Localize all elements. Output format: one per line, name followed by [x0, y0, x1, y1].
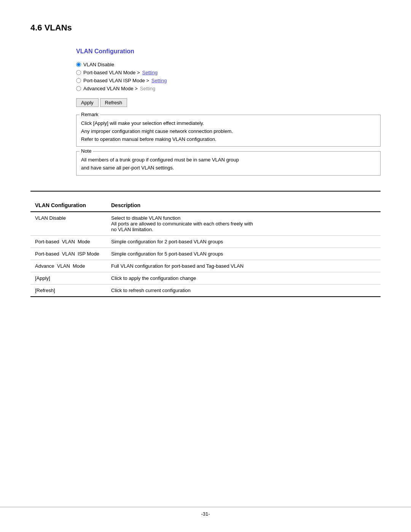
- table-header-row: VLAN Configuration Description: [30, 199, 381, 212]
- radio-port-based-vlan[interactable]: Port-based VLAN Mode > Setting: [76, 70, 381, 75]
- radio-port-based-vlan-isp-input[interactable]: [76, 78, 81, 83]
- section-heading: VLAN Configuration: [76, 48, 381, 55]
- radio-port-based-vlan-input[interactable]: [76, 70, 81, 75]
- radio-vlan-disable-input[interactable]: [76, 62, 81, 67]
- radio-port-based-vlan-isp[interactable]: Port-based VLAN ISP Mode > Setting: [76, 78, 381, 83]
- col-header-desc: Description: [107, 199, 381, 212]
- port-based-vlan-setting-link[interactable]: Setting: [142, 70, 158, 75]
- page-container: 4.6 VLANs VLAN Configuration VLAN Disabl…: [0, 0, 411, 320]
- radio-port-based-vlan-isp-label: Port-based VLAN ISP Mode >: [83, 78, 149, 83]
- remark-text: Click [Apply] will make your selection e…: [81, 120, 376, 143]
- page-title: 4.6 VLANs: [30, 23, 381, 33]
- description-table: VLAN Configuration Description VLAN Disa…: [30, 199, 381, 297]
- page-footer: -31-: [0, 507, 411, 517]
- refresh-button[interactable]: Refresh: [100, 98, 127, 107]
- radio-advanced-vlan[interactable]: Advanced VLAN Mode > Setting: [76, 86, 381, 91]
- table-cell-config: Port-based VLAN ISP Mode: [30, 248, 107, 260]
- table-cell-desc: Full VLAN configuration for port-based a…: [107, 260, 381, 272]
- table-cell-config: VLAN Disable: [30, 212, 107, 236]
- config-section: VLAN Configuration VLAN Disable Port-bas…: [76, 48, 381, 176]
- note-label: Note: [80, 148, 93, 154]
- apply-button[interactable]: Apply: [76, 98, 99, 107]
- table-row: Port-based VLAN Mode Simple configuratio…: [30, 235, 381, 248]
- table-cell-desc: Click to refresh current configuration: [107, 284, 381, 297]
- table-cell-desc: Simple configuration for 5 port-based VL…: [107, 248, 381, 260]
- table-cell-config: Advance VLAN Mode: [30, 260, 107, 272]
- table-cell-desc: Select to disable VLAN function All port…: [107, 212, 381, 236]
- radio-advanced-vlan-input[interactable]: [76, 86, 81, 91]
- table-row: Advance VLAN Mode Full VLAN configuratio…: [30, 260, 381, 272]
- radio-group: VLAN Disable Port-based VLAN Mode > Sett…: [76, 62, 381, 91]
- page-number: -31-: [201, 511, 210, 517]
- table-row: [Refresh] Click to refresh current confi…: [30, 284, 381, 297]
- section-divider: [30, 191, 381, 192]
- button-row: Apply Refresh: [76, 98, 381, 107]
- remark-label: Remark: [80, 112, 100, 117]
- table-cell-config: [Refresh]: [30, 284, 107, 297]
- table-row: VLAN Disable Select to disable VLAN func…: [30, 212, 381, 236]
- advanced-vlan-setting-disabled: Setting: [140, 86, 155, 91]
- table-cell-config: [Apply]: [30, 272, 107, 284]
- table-cell-desc: Click to apply the configuration change: [107, 272, 381, 284]
- port-based-vlan-isp-setting-link[interactable]: Setting: [151, 78, 167, 83]
- radio-vlan-disable[interactable]: VLAN Disable: [76, 62, 381, 67]
- table-row: [Apply] Click to apply the configuration…: [30, 272, 381, 284]
- radio-vlan-disable-label: VLAN Disable: [83, 62, 114, 67]
- radio-advanced-vlan-label: Advanced VLAN Mode >: [83, 86, 138, 91]
- note-text: All members of a trunk group if configur…: [81, 156, 376, 172]
- note-box: Note All members of a trunk group if con…: [76, 151, 381, 176]
- remark-box: Remark Click [Apply] will make your sele…: [76, 115, 381, 147]
- table-cell-desc: Simple configuration for 2 port-based VL…: [107, 235, 381, 248]
- table-row: Port-based VLAN ISP Mode Simple configur…: [30, 248, 381, 260]
- radio-port-based-vlan-label: Port-based VLAN Mode >: [83, 70, 140, 75]
- table-cell-config: Port-based VLAN Mode: [30, 235, 107, 248]
- col-header-config: VLAN Configuration: [30, 199, 107, 212]
